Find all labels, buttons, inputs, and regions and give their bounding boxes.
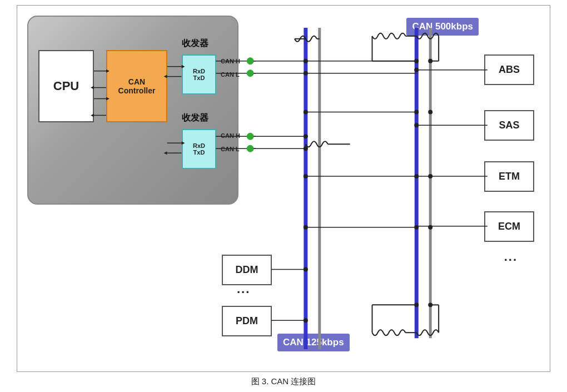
etm-box: ETM xyxy=(484,161,534,192)
dots-right: ··· xyxy=(504,253,518,267)
can-controller-label: CANController xyxy=(118,77,156,95)
svg-point-17 xyxy=(247,58,253,64)
canh1-label: CAN H xyxy=(221,58,240,64)
pdm-box: PDM xyxy=(222,306,272,336)
abs-box: ABS xyxy=(484,54,534,85)
diagram-area: CPU CANController 收发器 RxDTxD 收发器 RxDTxD … xyxy=(17,6,550,371)
svg-point-58 xyxy=(414,110,419,114)
transceiver2-rxd-txd: RxDTxD xyxy=(193,142,205,156)
can-controller-box: CANController xyxy=(106,50,167,122)
svg-point-46 xyxy=(414,302,419,307)
abs-label: ABS xyxy=(499,64,520,76)
sas-box: SAS xyxy=(484,110,534,141)
etm-label: ETM xyxy=(499,171,520,182)
svg-point-66 xyxy=(414,68,419,72)
ddm-label: DDM xyxy=(236,264,258,276)
svg-point-34 xyxy=(304,134,308,138)
svg-point-49 xyxy=(428,302,432,307)
svg-point-19 xyxy=(247,70,253,77)
pdm-label: PDM xyxy=(236,315,258,327)
svg-point-23 xyxy=(247,145,253,152)
diagram-caption: 图 3. CAN 连接图 xyxy=(251,376,316,387)
canh2-label: CAN H xyxy=(221,132,240,139)
cpu-box: CPU xyxy=(38,50,94,122)
canl1-label: CAN L xyxy=(221,71,240,78)
svg-point-30 xyxy=(304,59,308,63)
svg-point-63 xyxy=(304,225,308,230)
svg-point-31 xyxy=(304,71,308,76)
ecm-box: ECM xyxy=(484,211,534,242)
svg-point-42 xyxy=(428,59,432,63)
can-500kbps-badge: CAN 500kbps xyxy=(406,18,479,36)
cpu-label: CPU xyxy=(53,79,79,93)
transceiver1-box: RxDTxD xyxy=(182,54,216,95)
ecm-label: ECM xyxy=(498,221,520,232)
transceiver1-rxd-txd: RxDTxD xyxy=(193,68,205,81)
svg-point-61 xyxy=(414,174,419,178)
sas-label: SAS xyxy=(499,120,519,131)
svg-point-68 xyxy=(414,123,419,127)
can-125kbps-badge: CAN 125kbps xyxy=(277,334,350,351)
canl2-label: CAN L xyxy=(221,146,240,152)
ddm-box: DDM xyxy=(222,255,272,285)
transceiver1-title: 收发器 xyxy=(182,38,208,49)
diagram-container: CPU CANController 收发器 RxDTxD 收发器 RxDTxD … xyxy=(17,5,550,372)
dots-bottom: ··· xyxy=(237,285,250,300)
transceiver2-box: RxDTxD xyxy=(182,129,216,169)
svg-point-77 xyxy=(428,225,432,230)
svg-point-76 xyxy=(428,174,432,178)
svg-point-39 xyxy=(414,59,419,63)
svg-point-60 xyxy=(304,174,308,178)
svg-point-57 xyxy=(304,110,308,114)
svg-point-75 xyxy=(428,110,432,114)
svg-point-72 xyxy=(304,267,308,272)
transceiver2-title: 收发器 xyxy=(182,112,208,124)
svg-point-74 xyxy=(304,318,308,322)
svg-point-21 xyxy=(247,133,253,140)
svg-point-64 xyxy=(414,225,419,230)
svg-point-35 xyxy=(304,146,308,151)
